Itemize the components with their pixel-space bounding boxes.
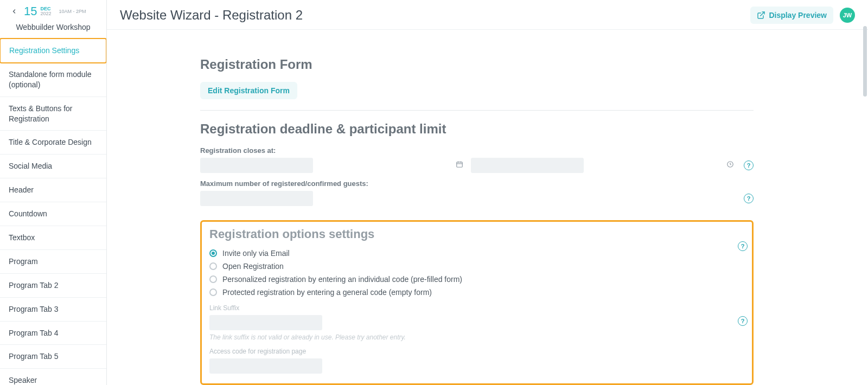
radio-option[interactable]: Personalized registration by entering an… bbox=[209, 275, 744, 284]
radio-label: Open Registration bbox=[222, 262, 284, 271]
sidebar-item[interactable]: Program Tab 3 bbox=[0, 298, 106, 322]
event-date-year: 2022 bbox=[40, 11, 51, 16]
event-time: 10AM - 2PM bbox=[59, 9, 86, 14]
external-link-icon bbox=[757, 11, 765, 20]
sidebar-header: 15 DEC 2022 10AM - 2PM bbox=[0, 0, 106, 20]
radio-option[interactable]: Invite only via Email bbox=[209, 249, 744, 258]
closes-at-label: Registration closes at: bbox=[200, 146, 754, 155]
link-suffix-wrap bbox=[209, 315, 729, 330]
closes-at-row: ? bbox=[200, 158, 754, 173]
help-icon[interactable]: ? bbox=[744, 161, 754, 170]
sidebar-item[interactable]: Countdown bbox=[0, 202, 106, 226]
section-options: Registration options settings ? Invite o… bbox=[200, 217, 754, 385]
radio-option[interactable]: Protected registration by entering a gen… bbox=[209, 288, 744, 297]
access-code-label: Access code for registration page bbox=[209, 348, 744, 355]
svg-line-0 bbox=[761, 12, 764, 16]
max-guests-row: ? bbox=[200, 191, 754, 206]
main: Website Wizard - Registration 2 Display … bbox=[107, 0, 868, 385]
sidebar-item[interactable]: Program Tab 5 bbox=[0, 345, 106, 369]
closes-time-wrap bbox=[471, 158, 738, 173]
radio-icon[interactable] bbox=[209, 288, 217, 296]
link-suffix-input[interactable] bbox=[209, 315, 322, 330]
max-guests-label: Maximum number of registered/confirmed g… bbox=[200, 179, 754, 188]
radio-option[interactable]: Open Registration bbox=[209, 262, 744, 271]
closes-date-input[interactable] bbox=[200, 158, 313, 173]
options-heading: Registration options settings bbox=[209, 227, 744, 241]
event-date-meta: DEC 2022 bbox=[40, 7, 51, 16]
back-icon[interactable] bbox=[10, 7, 18, 16]
sidebar-nav: Registration SettingsStandalone form mod… bbox=[0, 38, 106, 385]
closes-at-inputs bbox=[200, 158, 738, 173]
max-guests-input[interactable] bbox=[200, 191, 313, 206]
sidebar-item[interactable]: Textbox bbox=[0, 226, 106, 250]
avatar[interactable]: JW bbox=[840, 8, 855, 23]
sidebar-item[interactable]: Texts & Buttons for Registration bbox=[0, 97, 106, 131]
sidebar-item[interactable]: Registration Settings bbox=[0, 38, 107, 63]
radio-label: Personalized registration by entering an… bbox=[222, 275, 462, 284]
scrollbar-thumb[interactable] bbox=[863, 26, 867, 97]
help-icon[interactable]: ? bbox=[744, 194, 754, 203]
sidebar: 15 DEC 2022 10AM - 2PM Webbuilder Worksh… bbox=[0, 0, 107, 385]
help-icon[interactable]: ? bbox=[738, 241, 748, 251]
edit-registration-form-button[interactable]: Edit Registration Form bbox=[200, 82, 297, 99]
closes-time-input[interactable] bbox=[471, 158, 584, 173]
sidebar-item[interactable]: Program Tab 2 bbox=[0, 274, 106, 298]
sidebar-item[interactable]: Standalone form module (optional) bbox=[0, 63, 106, 97]
registration-form-heading: Registration Form bbox=[200, 57, 754, 72]
radio-label: Protected registration by entering a gen… bbox=[222, 288, 432, 297]
topbar-actions: Display Preview JW bbox=[750, 7, 855, 24]
help-icon[interactable]: ? bbox=[738, 316, 748, 326]
radio-icon[interactable] bbox=[209, 262, 217, 270]
max-guests-wrap bbox=[200, 191, 738, 206]
link-suffix-label: Link Suffix bbox=[209, 304, 744, 312]
link-suffix-error: The link suffix is not valid or already … bbox=[209, 333, 744, 341]
event-date-day: 15 bbox=[24, 5, 37, 17]
sidebar-item[interactable]: Social Media bbox=[0, 155, 106, 178]
section-registration-form: Registration Form Edit Registration Form bbox=[200, 46, 754, 110]
access-code-input[interactable] bbox=[209, 358, 322, 374]
topbar: Website Wizard - Registration 2 Display … bbox=[107, 0, 868, 30]
scrollbar[interactable] bbox=[863, 26, 867, 384]
radio-icon[interactable] bbox=[209, 249, 217, 257]
display-preview-label: Display Preview bbox=[769, 11, 827, 20]
sidebar-item[interactable]: Speaker bbox=[0, 369, 106, 385]
access-code-wrap bbox=[209, 358, 729, 374]
deadline-heading: Registration deadline & participant limi… bbox=[200, 121, 754, 137]
display-preview-button[interactable]: Display Preview bbox=[750, 7, 833, 24]
calendar-icon[interactable] bbox=[456, 161, 463, 170]
content-scroll[interactable]: Registration Form Edit Registration Form… bbox=[107, 30, 868, 385]
clock-icon[interactable] bbox=[726, 161, 734, 170]
sidebar-item[interactable]: Title & Corporate Design bbox=[0, 131, 106, 155]
svg-rect-1 bbox=[457, 162, 463, 167]
event-title: Webbuilder Workshop bbox=[0, 20, 106, 38]
options-highlight: Registration options settings ? Invite o… bbox=[200, 220, 754, 385]
registration-type-radio-group: Invite only via EmailOpen RegistrationPe… bbox=[209, 249, 744, 297]
sidebar-item[interactable]: Program Tab 4 bbox=[0, 322, 106, 345]
page-title: Website Wizard - Registration 2 bbox=[120, 8, 303, 23]
sidebar-item[interactable]: Program bbox=[0, 250, 106, 274]
closes-date-wrap bbox=[200, 158, 468, 173]
section-deadline: Registration deadline & participant limi… bbox=[200, 110, 754, 217]
radio-label: Invite only via Email bbox=[222, 249, 290, 258]
content: Registration Form Edit Registration Form… bbox=[200, 30, 754, 385]
radio-icon[interactable] bbox=[209, 275, 217, 283]
sidebar-item[interactable]: Header bbox=[0, 178, 106, 202]
